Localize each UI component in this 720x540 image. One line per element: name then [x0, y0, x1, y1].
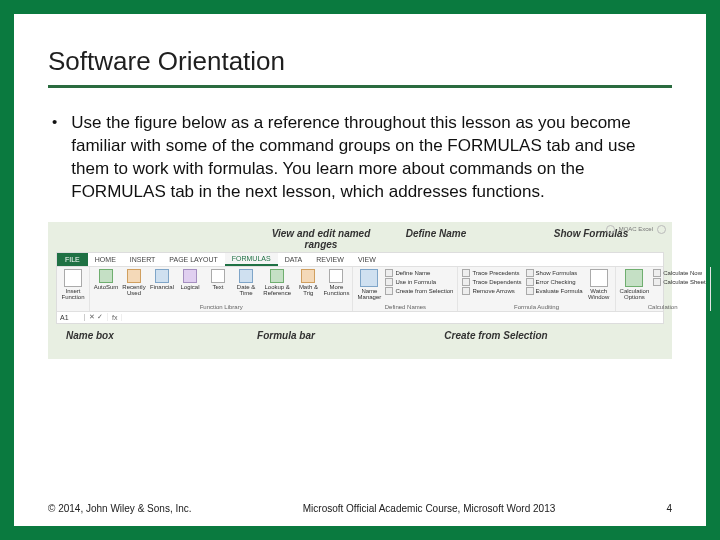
- bullet-block: • Use the figure below as a reference th…: [48, 112, 672, 204]
- theta-icon: [301, 269, 315, 283]
- autosum-button[interactable]: AutoSum: [94, 269, 118, 291]
- tag-icon: [385, 269, 393, 277]
- slide-title: Software Orientation: [48, 46, 672, 88]
- calculate-sheet-button[interactable]: Calculate Sheet: [653, 278, 705, 286]
- math-trig-button[interactable]: Math & Trig: [296, 269, 320, 297]
- name-manager-icon: [360, 269, 378, 287]
- clock-icon: [239, 269, 253, 283]
- evaluate-formula-button[interactable]: Evaluate Formula: [526, 287, 583, 295]
- watch-window-button[interactable]: Watch Window: [587, 269, 611, 301]
- more-functions-button[interactable]: More Functions: [324, 269, 348, 297]
- text-icon: [211, 269, 225, 283]
- callouts-top: View and edit named ranges Define Name S…: [56, 228, 664, 250]
- ribbon-groups: Insert Function AutoSum Recently Used Fi…: [57, 267, 663, 311]
- error-checking-button[interactable]: Error Checking: [526, 278, 583, 286]
- use-in-formula-button[interactable]: Use in Formula: [385, 278, 453, 286]
- badge-text: MOAC Excel: [619, 226, 653, 232]
- callout-create-from-selection: Create from Selection: [396, 330, 596, 341]
- callout-name-box: Name box: [56, 330, 176, 341]
- remove-arrows-button[interactable]: Remove Arrows: [462, 287, 521, 295]
- tab-insert[interactable]: INSERT: [123, 253, 163, 266]
- bullet-marker: •: [52, 112, 57, 204]
- group-insert-function: Insert Function: [57, 267, 90, 311]
- trace-dependents-button[interactable]: Trace Dependents: [462, 278, 521, 286]
- excel-ribbon: MOAC Excel FILE HOME INSERT PAGE LAYOUT …: [56, 252, 664, 324]
- group-calculation: Calculation Options Calculate Now Calcul…: [616, 267, 711, 311]
- defined-names-label: Defined Names: [357, 303, 453, 310]
- calculation-options-button[interactable]: Calculation Options: [620, 269, 650, 301]
- formula-bar-row: A1 ✕ ✓ fx: [57, 311, 663, 323]
- slide-footer: © 2014, John Wiley & Sons, Inc. Microsof…: [48, 503, 672, 514]
- tab-view[interactable]: VIEW: [351, 253, 383, 266]
- calc-stack: Calculate Now Calculate Sheet: [653, 269, 705, 286]
- lookup-icon: [270, 269, 284, 283]
- watch-icon: [590, 269, 608, 287]
- define-name-button[interactable]: Define Name: [385, 269, 453, 277]
- insert-function-button[interactable]: Insert Function: [61, 269, 85, 301]
- callouts-bottom: Name box Formula bar Create from Selecti…: [56, 330, 664, 341]
- bullet-text: Use the figure below as a reference thro…: [71, 112, 672, 204]
- collapse-icon: [657, 225, 666, 234]
- help-icon: [606, 225, 615, 234]
- recently-used-button[interactable]: Recently Used: [122, 269, 146, 297]
- show-formulas-button[interactable]: Show Formulas: [526, 269, 583, 277]
- auditing-left: Trace Precedents Trace Dependents Remove…: [462, 269, 521, 295]
- tab-data[interactable]: DATA: [278, 253, 310, 266]
- text-button[interactable]: Text: [206, 269, 230, 291]
- slide: Software Orientation • Use the figure be…: [14, 14, 706, 526]
- selection-icon: [385, 287, 393, 295]
- tab-page-layout[interactable]: PAGE LAYOUT: [162, 253, 224, 266]
- tab-formulas[interactable]: FORMULAS: [225, 253, 278, 266]
- tab-review[interactable]: REVIEW: [309, 253, 351, 266]
- callout-define-name: Define Name: [386, 228, 486, 250]
- logical-button[interactable]: Logical: [178, 269, 202, 291]
- file-tab[interactable]: FILE: [57, 253, 88, 266]
- arrow-in-icon: [462, 269, 470, 277]
- financial-button[interactable]: Financial: [150, 269, 174, 291]
- date-time-button[interactable]: Date & Time: [234, 269, 258, 297]
- lookup-button[interactable]: Lookup & Reference: [262, 269, 292, 297]
- footer-copyright: © 2014, John Wiley & Sons, Inc.: [48, 503, 192, 514]
- calculate-now-button[interactable]: Calculate Now: [653, 269, 705, 277]
- star-icon: [127, 269, 141, 283]
- name-manager-button[interactable]: Name Manager: [357, 269, 381, 301]
- group-formula-auditing: Trace Precedents Trace Dependents Remove…: [458, 267, 615, 311]
- formula-auditing-label: Formula Auditing: [462, 303, 610, 310]
- footer-page-number: 4: [666, 503, 672, 514]
- fx-label[interactable]: fx: [108, 314, 122, 321]
- calc-sheet-icon: [653, 278, 661, 286]
- window-badge: MOAC Excel: [606, 225, 666, 234]
- callout-formula-bar: Formula bar: [176, 330, 396, 341]
- name-box[interactable]: A1: [57, 314, 85, 321]
- group-defined-names: Name Manager Define Name Use in Formula …: [353, 267, 458, 311]
- arrow-out-icon: [462, 278, 470, 286]
- eval-icon: [526, 287, 534, 295]
- trace-precedents-button[interactable]: Trace Precedents: [462, 269, 521, 277]
- fx-icon: [64, 269, 82, 287]
- group-function-library: AutoSum Recently Used Financial Logical …: [90, 267, 353, 311]
- question-icon: [183, 269, 197, 283]
- formula-icon: [526, 269, 534, 277]
- coin-icon: [155, 269, 169, 283]
- auditing-right: Show Formulas Error Checking Evaluate Fo…: [526, 269, 583, 295]
- create-from-selection-button[interactable]: Create from Selection: [385, 287, 453, 295]
- fx-small-icon: [385, 278, 393, 286]
- fx-controls[interactable]: ✕ ✓: [85, 313, 108, 321]
- tab-home[interactable]: HOME: [88, 253, 123, 266]
- ribbon-tabs: FILE HOME INSERT PAGE LAYOUT FORMULAS DA…: [57, 253, 663, 267]
- sigma-icon: [99, 269, 113, 283]
- defined-names-stack: Define Name Use in Formula Create from S…: [385, 269, 453, 295]
- calculation-label: Calculation: [620, 303, 706, 310]
- function-library-label: Function Library: [94, 303, 348, 310]
- insert-function-label: Insert Function: [61, 288, 85, 301]
- warning-icon: [526, 278, 534, 286]
- ribbon-figure: View and edit named ranges Define Name S…: [48, 222, 672, 359]
- more-icon: [329, 269, 343, 283]
- calc-now-icon: [653, 269, 661, 277]
- calc-icon: [625, 269, 643, 287]
- remove-arrow-icon: [462, 287, 470, 295]
- callout-view-edit-named-ranges: View and edit named ranges: [256, 228, 386, 250]
- footer-course: Microsoft Official Academic Course, Micr…: [192, 503, 667, 514]
